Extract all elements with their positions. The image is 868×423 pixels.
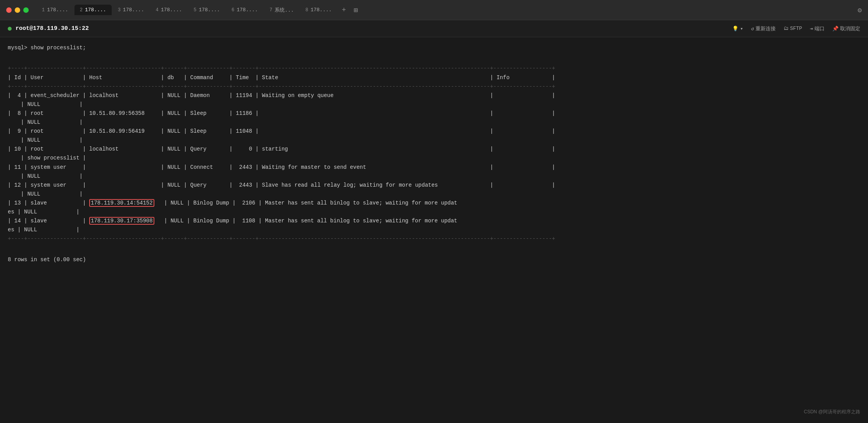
highlight-host-14: 178.119.30.17:35908 bbox=[89, 217, 154, 225]
tab-7[interactable]: 7系统... bbox=[264, 4, 299, 16]
terminal: mysql> show processlist; +----+---------… bbox=[0, 37, 868, 270]
row-13-main: | 13 | slave | 178.119.30.14:54152 | NUL… bbox=[8, 199, 457, 207]
row-4-main: | 4 | event_scheduler | localhost | NULL… bbox=[8, 92, 555, 99]
unpin-button[interactable]: 📌取消固定 bbox=[832, 25, 860, 32]
reconnect-button[interactable]: ↺重新连接 bbox=[751, 25, 776, 32]
tab-6[interactable]: 6178.... bbox=[226, 5, 263, 15]
separator-bottom: +----+-----------------+----------------… bbox=[8, 236, 555, 242]
connection-status-dot bbox=[8, 27, 12, 31]
tab-2[interactable]: 2178.... bbox=[74, 5, 112, 15]
row-9-info: | NULL | bbox=[8, 137, 83, 143]
row-14-main: | 14 | slave | 178.119.30.17:35908 | NUL… bbox=[8, 217, 457, 225]
row-14-info: es | NULL | bbox=[8, 227, 80, 233]
tab-grid-button[interactable]: ⊞ bbox=[354, 6, 358, 14]
row-8-info: | NULL | bbox=[8, 119, 83, 125]
row-11-main: | 11 | system user | | NULL | Connect | … bbox=[8, 164, 555, 170]
highlight-host-13: 178.119.30.14:54152 bbox=[89, 199, 154, 207]
tab-5[interactable]: 5178.... bbox=[188, 5, 225, 15]
row-13-info: es | NULL | bbox=[8, 209, 80, 215]
row-12-main: | 12 | system user | | NULL | Query | 24… bbox=[8, 182, 555, 188]
header-row: | Id | User | Host | db | Command | Time… bbox=[8, 75, 555, 81]
sftp-button[interactable]: 🗂SFTP bbox=[783, 26, 802, 31]
minimize-button[interactable] bbox=[15, 7, 20, 13]
result-summary: 8 rows in set (0.00 sec) bbox=[8, 255, 860, 264]
close-button[interactable] bbox=[6, 7, 12, 13]
titlebar: 1178.... 2178.... 3178.... 4178.... 5178… bbox=[0, 0, 868, 20]
row-4-info: | NULL | bbox=[8, 101, 83, 107]
row-12-info: | NULL | bbox=[8, 191, 83, 197]
maximize-button[interactable] bbox=[23, 7, 29, 13]
tab-3[interactable]: 3178.... bbox=[112, 5, 150, 15]
terminal-button[interactable]: ⇥端口 bbox=[810, 25, 825, 32]
mysql-prompt: mysql> show processlist; bbox=[8, 43, 860, 52]
row-10-main: | 10 | root | localhost | NULL | Query |… bbox=[8, 146, 555, 152]
row-8-main: | 8 | root | 10.51.80.99:56358 | NULL | … bbox=[8, 110, 555, 116]
processlist-table: +----+-----------------+----------------… bbox=[8, 55, 860, 252]
tab-1[interactable]: 1178.... bbox=[36, 5, 74, 15]
connection-bar: root@178.119.30.15:22 💡▾ ↺重新连接 🗂SFTP ⇥端口… bbox=[0, 20, 868, 37]
new-tab-button[interactable]: + bbox=[338, 4, 350, 16]
tab-4[interactable]: 4178.... bbox=[150, 5, 187, 15]
attribution-text: CSDN @阿汤哥的程序之路 bbox=[804, 409, 860, 415]
row-9-main: | 9 | root | 10.51.80.99:56419 | NULL | … bbox=[8, 128, 555, 134]
separator-top: +----+-----------------+----------------… bbox=[8, 65, 555, 71]
lightbulb-icon[interactable]: 💡▾ bbox=[732, 26, 743, 32]
settings-gear-icon[interactable]: ⚙ bbox=[858, 6, 862, 14]
tab-bar: 1178.... 2178.... 3178.... 4178.... 5178… bbox=[36, 4, 862, 16]
connection-title: root@178.119.30.15:22 bbox=[16, 25, 89, 32]
row-11-info: | NULL | bbox=[8, 173, 83, 179]
connection-actions: 💡▾ ↺重新连接 🗂SFTP ⇥端口 📌取消固定 bbox=[732, 25, 860, 32]
row-10-info: | show processlist | bbox=[8, 155, 86, 161]
separator-header: +----+-----------------+----------------… bbox=[8, 83, 555, 90]
window-buttons bbox=[6, 7, 29, 13]
tab-8[interactable]: 8178.... bbox=[300, 5, 337, 15]
